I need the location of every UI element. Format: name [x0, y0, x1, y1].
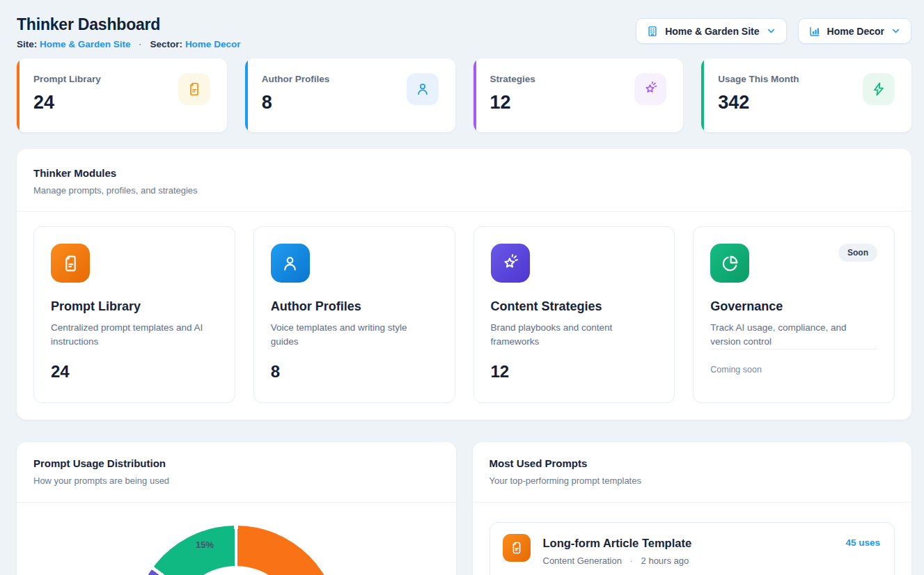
- bottom-row: Prompt Usage Distribution How your promp…: [17, 442, 911, 575]
- divider: [473, 502, 912, 503]
- site-selector-label: Home & Garden Site: [665, 26, 759, 37]
- building-icon: [646, 25, 659, 38]
- chevron-down-icon: [891, 26, 901, 36]
- header-actions: Home & Garden Site Home Decor: [636, 18, 911, 44]
- user-icon: [271, 244, 310, 283]
- page-title: Thinker Dashboard: [17, 15, 240, 34]
- module-title: Author Profiles: [271, 299, 438, 314]
- module-description: Brand playbooks and content frameworks: [491, 321, 650, 349]
- stat-card-author-profiles: Author Profiles 8: [245, 58, 455, 132]
- chart-header: Prompt Usage Distribution How your promp…: [17, 442, 456, 502]
- module-description: Track AI usage, compliance, and version …: [710, 321, 869, 349]
- document-icon: [178, 73, 210, 105]
- stat-card-strategies: Strategies 12: [473, 58, 684, 132]
- sector-label: Sector:: [150, 39, 183, 49]
- dashboard-page: Thinker Dashboard Site: Home & Garden Si…: [17, 0, 911, 575]
- site-selector-button[interactable]: Home & Garden Site: [636, 18, 786, 44]
- donut-chart[interactable]: [133, 526, 339, 575]
- module-count: 8: [271, 362, 280, 381]
- sector-selector-button[interactable]: Home Decor: [798, 18, 911, 44]
- most-used-header: Most Used Prompts Your top-performing pr…: [473, 442, 912, 502]
- breadcrumb-separator: ·: [139, 39, 142, 49]
- prompt-uses-badge: 45 uses: [845, 537, 880, 548]
- module-card-author-profiles[interactable]: Author Profiles Voice templates and writ…: [253, 226, 455, 403]
- module-count: 24: [51, 362, 70, 381]
- module-title: Prompt Library: [51, 299, 218, 314]
- modules-panel-header: Thinker Modules Manage prompts, profiles…: [17, 149, 911, 211]
- divider: [710, 349, 877, 349]
- lightning-icon: [863, 73, 895, 105]
- pie-slice-label: 15%: [189, 539, 220, 550]
- site-link[interactable]: Home & Garden Site: [40, 39, 131, 49]
- header-titles: Thinker Dashboard Site: Home & Garden Si…: [17, 15, 240, 49]
- prompt-category: Content Generation: [543, 556, 622, 566]
- sparkle-star-icon: [491, 244, 530, 283]
- sector-selector-label: Home Decor: [827, 26, 884, 37]
- document-icon: [503, 534, 531, 562]
- page-header: Thinker Dashboard Site: Home & Garden Si…: [17, 15, 911, 49]
- module-description: Voice templates and writing style guides: [271, 321, 430, 349]
- modules-subtitle: Manage prompts, profiles, and strategies: [33, 185, 895, 196]
- module-card-content-strategies[interactable]: Content Strategies Brand playbooks and c…: [473, 226, 675, 403]
- prompt-list-item[interactable]: Long-form Article Template Content Gener…: [490, 522, 895, 575]
- sector-link[interactable]: Home Decor: [185, 39, 241, 49]
- module-card-prompt-library[interactable]: Prompt Library Centralized prompt templa…: [33, 226, 235, 403]
- soon-badge: Soon: [838, 244, 877, 262]
- module-card-governance[interactable]: Soon Governance Track AI usage, complian…: [693, 226, 895, 403]
- stats-row: Prompt Library 24 Author Profiles 8 Stra…: [17, 58, 911, 132]
- modules-title: Thinker Modules: [33, 167, 895, 179]
- pie-chart-icon: [710, 244, 749, 283]
- module-description: Centralized prompt templates and AI inst…: [51, 321, 210, 349]
- prompt-meta: Content Generation · 2 hours ago: [543, 556, 881, 566]
- chart-title: Prompt Usage Distribution: [33, 457, 439, 469]
- bar-chart-icon: [808, 25, 821, 38]
- chart-subtitle: How your prompts are being used: [33, 475, 439, 486]
- breadcrumb: Site: Home & Garden Site · Sector: Home …: [17, 39, 240, 49]
- document-icon: [51, 244, 90, 283]
- prompt-usage-card: Prompt Usage Distribution How your promp…: [17, 442, 456, 575]
- user-icon: [407, 73, 439, 105]
- prompt-time: 2 hours ago: [641, 556, 689, 566]
- stat-card-prompt-library: Prompt Library 24: [17, 58, 227, 132]
- site-label: Site:: [17, 39, 37, 49]
- meta-separator: ·: [630, 556, 633, 566]
- most-used-prompts-card: Most Used Prompts Your top-performing pr…: [473, 442, 912, 575]
- stat-card-usage: Usage This Month 342: [701, 58, 911, 132]
- thinker-modules-panel: Thinker Modules Manage prompts, profiles…: [17, 149, 911, 420]
- module-title: Content Strategies: [491, 299, 658, 314]
- divider: [17, 502, 456, 503]
- coming-soon-text: Coming soon: [710, 365, 762, 375]
- most-used-title: Most Used Prompts: [490, 457, 895, 469]
- modules-grid: Prompt Library Centralized prompt templa…: [17, 212, 911, 420]
- most-used-subtitle: Your top-performing prompt templates: [490, 475, 895, 486]
- module-count: 12: [491, 362, 510, 381]
- chevron-down-icon: [766, 26, 776, 36]
- prompt-title: Long-form Article Template: [543, 537, 881, 550]
- module-title: Governance: [710, 299, 877, 314]
- sparkle-star-icon: [634, 73, 666, 105]
